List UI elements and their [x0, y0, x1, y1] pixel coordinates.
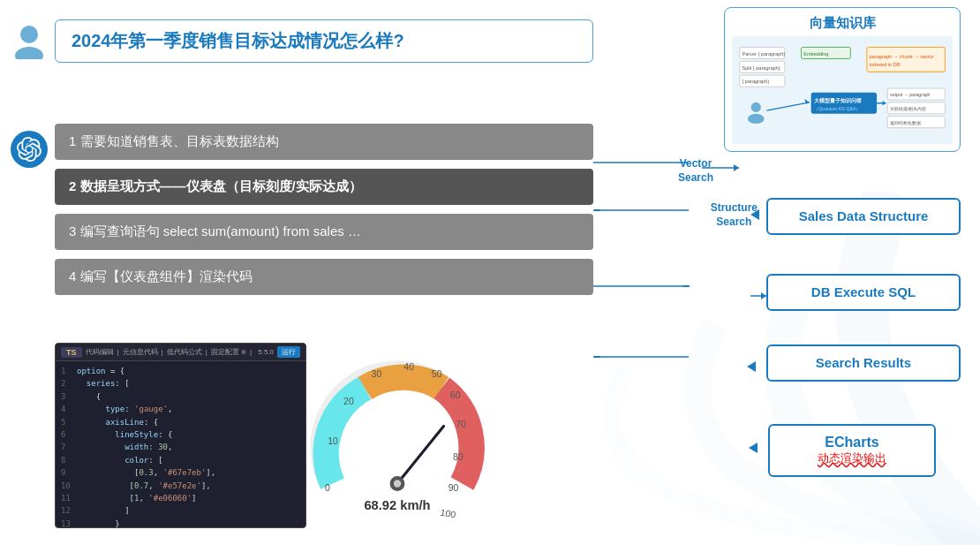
search-results-label: Search Results: [816, 355, 911, 370]
svg-point-16: [394, 480, 401, 487]
svg-text:Parser { paragraph}: Parser { paragraph}: [742, 51, 785, 57]
step-4-row: 4 编写【仪表盘组件】渲染代码: [55, 259, 593, 295]
code-editor: TS 代码编辑 | 元信息代码 | 低代码公式 | 固定配置 ⊕ | 5.5.0…: [55, 343, 306, 528]
step-2-text: 2 数据呈现方式——仪表盘（目标刻度/实际达成）: [69, 178, 362, 193]
search-results-arrow: [747, 358, 766, 375]
svg-text:关联段落/相关内容: 关联段落/相关内容: [890, 106, 926, 111]
svg-text:indexed in DB: indexed in DB: [870, 62, 901, 67]
gauge-chart: 0 10 20 30 40 50 60 70 80 90 100 68.92 k…: [305, 344, 490, 530]
svg-line-31: [766, 102, 809, 110]
step-1-bar: 1 需要知道销售表、目标表数据结构: [55, 124, 593, 160]
svg-line-14: [397, 426, 444, 483]
step2-connector: [593, 209, 690, 211]
echarts-title: ECharts: [786, 435, 918, 450]
code-line-9: 9 [0.3, '#67e7eb'],: [61, 466, 300, 479]
question-text: 2024年第一季度销售目标达成情况怎么样?: [72, 31, 404, 50]
code-line-3: 3 {: [61, 390, 300, 403]
vector-search-arrow: [702, 159, 746, 177]
steps-container: 1 需要知道销售表、目标表数据结构 2 数据呈现方式——仪表盘（目标刻度/实际达…: [55, 124, 593, 304]
svg-text:68.92 km/h: 68.92 km/h: [364, 498, 430, 512]
svg-text:paragraph → chunk → vector: paragraph → chunk → vector: [870, 54, 934, 59]
code-toolbar-config: 固定配置 ⊕: [211, 347, 246, 357]
svg-text:20: 20: [343, 396, 354, 406]
step-3-row: 3 编写查询语句 select sum(amount) from sales …: [55, 214, 593, 250]
svg-point-1: [15, 47, 43, 59]
knowledge-diagram: Parser { paragraph} Split { paragraph} {…: [732, 36, 953, 144]
svg-marker-49: [747, 361, 756, 372]
svg-text:Embedding: Embedding: [803, 51, 828, 57]
step-1-row: 1 需要知道销售表、目标表数据结构: [55, 124, 593, 160]
svg-marker-55: [683, 285, 690, 287]
step-3-text: 3 编写查询语句 select sum(amount) from sales …: [69, 223, 361, 238]
step-4-text: 4 编写【仪表盘组件】渲染代码: [69, 269, 253, 284]
svg-text:70: 70: [456, 420, 466, 430]
svg-text:大模型量子知识问答: 大模型量子知识问答: [813, 97, 863, 103]
code-toolbar-meta: 元信息代码: [123, 347, 158, 357]
svg-text:50: 50: [432, 368, 442, 379]
code-toolbar-sep4: |: [250, 348, 252, 356]
svg-text:output → paragraph: output → paragraph: [890, 92, 931, 97]
svg-text:80: 80: [453, 451, 464, 462]
run-btn[interactable]: 运行: [277, 346, 300, 358]
echarts-box: ECharts 动态渲染输出: [768, 424, 936, 477]
svg-point-0: [20, 26, 38, 43]
svg-marker-46: [750, 209, 759, 220]
step1-connector: [593, 162, 690, 163]
svg-text:Split { paragraph}: Split { paragraph}: [742, 65, 780, 71]
code-version: 5.5.0: [258, 348, 274, 356]
svg-marker-45: [734, 164, 739, 171]
code-line-8: 8 color: [: [61, 454, 300, 466]
code-line-7: 7 width: 30,: [61, 441, 300, 453]
knowledge-base-box: 向量知识库 Parser { paragraph} Split { paragr…: [724, 7, 961, 152]
echarts-arrow: [749, 439, 768, 457]
structure-search-arrow: [750, 206, 768, 223]
step4-connector: [593, 356, 690, 358]
svg-text:40: 40: [403, 361, 414, 372]
step-3-bar: 3 编写查询语句 select sum(amount) from sales …: [55, 214, 593, 250]
svg-point-29: [751, 102, 761, 112]
code-toolbar: TS 代码编辑 | 元信息代码 | 低代码公式 | 固定配置 ⊕ | 5.5.0…: [56, 344, 305, 361]
step-4-bar: 4 编写【仪表盘组件】渲染代码: [55, 259, 593, 295]
code-line-6: 6 lineStyle: {: [61, 428, 300, 441]
svg-text:10: 10: [328, 435, 338, 446]
code-body: 1 option = { 2 series: [ 3 { 4 type: 'ga…: [56, 361, 305, 528]
svg-text:{ paragraph}: { paragraph}: [742, 79, 769, 84]
step-2-bar: 2 数据呈现方式——仪表盘（目标刻度/实际达成）: [55, 169, 593, 205]
code-line-4: 4 type: 'gauge',: [61, 403, 300, 415]
svg-point-30: [748, 114, 765, 124]
db-execute-label: DB Execute SQL: [811, 284, 916, 299]
svg-text:60: 60: [450, 390, 461, 400]
code-line-2: 2 series: [: [61, 377, 300, 390]
question-box: 2024年第一季度销售目标达成情况怎么样?: [55, 19, 593, 63]
svg-text:30: 30: [372, 368, 382, 379]
code-toolbar-sep3: |: [206, 348, 207, 356]
code-toolbar-label: 代码编辑: [86, 347, 114, 357]
user-avatar: [11, 22, 48, 59]
code-line-12: 12 ]: [61, 504, 300, 517]
svg-text:返回结构化数据: 返回结构化数据: [890, 120, 921, 125]
svg-marker-50: [749, 443, 758, 453]
step-2-row: 2 数据呈现方式——仪表盘（目标刻度/实际达成）: [55, 169, 593, 205]
search-results-box: Search Results: [766, 344, 961, 382]
ai-avatar: [11, 131, 48, 168]
code-line-5: 5 axisLine: {: [61, 416, 300, 428]
sales-data-label: Sales Data Structure: [799, 208, 929, 223]
step3-connector: [593, 285, 690, 287]
code-toolbar-low: 低代码公式: [167, 347, 202, 357]
db-execute-box: DB Execute SQL: [766, 274, 961, 311]
step-1-text: 1 需要知道销售表、目标表数据结构: [69, 133, 279, 148]
svg-marker-43: [883, 101, 886, 106]
echarts-subtitle: 动态渲染输出: [786, 450, 918, 466]
svg-text:（Quantum KG Q&A）: （Quantum KG Q&A）: [814, 106, 860, 111]
svg-marker-48: [761, 292, 766, 299]
svg-text:100: 100: [440, 507, 456, 520]
svg-rect-26: [867, 47, 945, 72]
code-tab-ts: TS: [61, 347, 82, 358]
code-line-10: 10 [0.7, '#e57e2e'],: [61, 480, 300, 492]
svg-text:90: 90: [449, 482, 459, 493]
code-line-1: 1 option = {: [61, 365, 300, 377]
code-toolbar-sep: |: [117, 348, 119, 356]
db-execute-arrow: [747, 287, 766, 305]
code-toolbar-sep2: |: [162, 348, 163, 356]
code-line-11: 11 [1, '#e06060']: [61, 492, 300, 504]
